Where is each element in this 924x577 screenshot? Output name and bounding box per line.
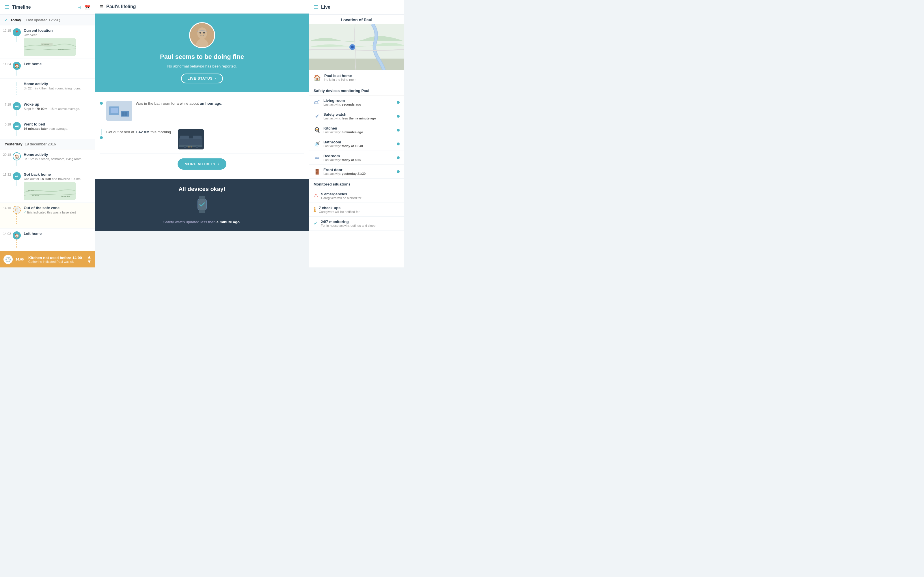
more-activity-label: MORE ACTIVITY bbox=[184, 162, 216, 166]
tl-time-empty bbox=[2, 82, 13, 82]
devices-section-header: Safety devices monitoring Paul bbox=[309, 85, 404, 95]
tl-dot-home-1: 🏠 bbox=[13, 62, 21, 70]
profile-card: Paul seems to be doing fine No abnormal … bbox=[95, 14, 309, 92]
location-title: Paul is at home bbox=[324, 74, 356, 78]
timeline-scroll[interactable]: ✓ Today ( Last updated 12:29 ) 12:15 📍 C… bbox=[0, 15, 95, 268]
alert-title: Kitchen not used before 14:00 bbox=[28, 256, 84, 260]
svg-text:Haarlem: Haarlem bbox=[58, 48, 64, 50]
chevron-up-icon[interactable]: ▲ bbox=[87, 255, 92, 259]
activity-item-bathroom: Was in the bathroom for a while about an… bbox=[100, 97, 304, 125]
tl-dot-woke: 🛏 bbox=[13, 102, 21, 110]
svg-rect-34 bbox=[309, 58, 404, 70]
alert-sub: Catherine indicated Paul was ok bbox=[28, 260, 84, 263]
device-front-door: 🚪 Front door Last activity: yesterday 21… bbox=[309, 165, 404, 179]
today-updated: ( Last updated 12:29 ) bbox=[23, 18, 60, 22]
devices-title: All devices okay! bbox=[101, 186, 303, 192]
device-kitchen: 🍳 Kitchen Last activity: 8 minutes ago bbox=[309, 123, 404, 137]
tl-time-018: 0:18 bbox=[2, 122, 13, 126]
more-activity-chevron: › bbox=[218, 162, 220, 166]
more-activity-button[interactable]: MORE ACTIVITY › bbox=[178, 158, 226, 170]
calendar-icon[interactable]: 📅 bbox=[85, 5, 90, 10]
device-text-living-room: Living room Last activity: seconds ago bbox=[323, 98, 394, 106]
device-status-watch bbox=[397, 115, 400, 118]
tl-title-home-activity-1: Home activity bbox=[24, 82, 92, 86]
tl-title-woke: Woke up bbox=[24, 102, 92, 106]
right-menu-icon[interactable]: ☰ bbox=[313, 4, 318, 10]
tl-dot-left-home-2: 🏠 bbox=[13, 231, 21, 239]
activity-text-bathroom: Was in the bathroom for a while about an… bbox=[136, 101, 222, 106]
paul-location-info: 🏠 Paul is at home He is in the living ro… bbox=[309, 70, 404, 85]
tl-content-woke: Woke up Slept for 7h 00m - 15 m above av… bbox=[21, 102, 92, 111]
home-location-icon: 🏠 bbox=[313, 74, 321, 81]
yesterday-date: 19 december 2016 bbox=[24, 142, 56, 146]
svg-point-12 bbox=[203, 32, 205, 34]
svg-rect-31 bbox=[199, 210, 205, 213]
tl-time-2018: 20:18 bbox=[2, 152, 13, 156]
front-door-icon: 🚪 bbox=[313, 169, 320, 175]
tl-content-left-home-2: Left home bbox=[21, 231, 92, 236]
center-menu-icon[interactable]: ☰ bbox=[100, 5, 103, 9]
tl-dot-safe-zone: ⊡ bbox=[13, 206, 21, 214]
activity-item-bedroom: Got out of bed at 7:42 AM this morning. bbox=[100, 125, 304, 154]
tl-time-1402: 14:02 bbox=[2, 231, 13, 235]
svg-point-9 bbox=[197, 27, 207, 39]
tl-item-home-activity-2: 20:18 🏠 Home activity 5h 15m in Kitchen,… bbox=[0, 150, 95, 169]
yesterday-label: Yesterday bbox=[5, 142, 22, 146]
svg-rect-22 bbox=[180, 135, 189, 139]
devices-card: All devices okay! Safety watch updated l… bbox=[95, 179, 309, 231]
svg-text:Amsterdam: Amsterdam bbox=[61, 195, 70, 197]
svg-rect-25 bbox=[184, 146, 186, 148]
tl-time-1134: 11:34 bbox=[2, 62, 13, 66]
left-panel: ☰ Timeline ⊟ 📅 ✓ Today ( Last updated 12… bbox=[0, 0, 95, 268]
svg-rect-0 bbox=[24, 39, 76, 56]
svg-rect-28 bbox=[191, 147, 192, 147]
tl-content-home-activity-1: Home activity 3h 22m in Kithen, bathroom… bbox=[21, 82, 92, 90]
center-scroll[interactable]: Paul seems to be doing fine No abnormal … bbox=[95, 14, 309, 268]
live-status-button[interactable]: LIVE STATUS › bbox=[181, 74, 223, 83]
alert-bar[interactable]: 🕐 14:00 Kitchen not used before 14:00 Ca… bbox=[0, 251, 95, 268]
tl-dot-location: 📍 bbox=[13, 28, 21, 36]
svg-text:Haarlem: Haarlem bbox=[32, 195, 39, 197]
tl-item-left-home-2: 14:02 🏠 Left home bbox=[0, 229, 95, 251]
tl-title-safe-zone: Out of the safe zone bbox=[24, 206, 92, 210]
tl-sub-got-back: was out for 1h 30m and travelled 100km. bbox=[24, 177, 92, 181]
device-text-bedroom: Bedroom Last activity: today at 8:40 bbox=[323, 154, 394, 161]
emergency-warning-icon: ⚠ bbox=[313, 192, 318, 199]
activity-thumb-bathroom bbox=[106, 101, 132, 121]
alert-clock-icon: 🕐 bbox=[3, 255, 13, 264]
alert-chevrons[interactable]: ▲ ▼ bbox=[87, 255, 92, 264]
device-safety-watch: ✔ Safety watch Last activity: less then … bbox=[309, 110, 404, 123]
tl-dot-got-back: ↩ bbox=[13, 172, 21, 180]
monitored-emergencies: ⚠ 5 emergencies Caregivers will be alert… bbox=[309, 189, 404, 203]
today-header: ✓ Today ( Last updated 12:29 ) bbox=[0, 15, 95, 26]
monitored-text-emergencies: 5 emergencies Caregivers will be alerted… bbox=[321, 192, 361, 200]
location-text: Paul is at home He is in the living room bbox=[324, 74, 356, 81]
left-menu-icon[interactable]: ☰ bbox=[5, 4, 9, 10]
svg-point-11 bbox=[199, 32, 201, 34]
svg-rect-23 bbox=[193, 135, 202, 139]
monitored-section-header: Monitored situations bbox=[309, 179, 404, 189]
device-status-front-door bbox=[397, 170, 400, 173]
yesterday-header: Yesterday 19 december 2016 bbox=[0, 139, 95, 150]
tl-sub-safe-zone: ✓ Eric indicated this was a false alert bbox=[24, 211, 92, 214]
filter-icon[interactable]: ⊟ bbox=[78, 5, 81, 10]
device-text-front-door: Front door Last activity: yesterday 21:3… bbox=[323, 168, 394, 176]
tl-content-got-back: Got back home was out for 1h 30m and tra… bbox=[21, 172, 92, 200]
tl-sub-home-activity-2: 5h 15m in Kitchen, bathroom, living room… bbox=[24, 157, 92, 161]
right-scroll[interactable]: Location of Paul 🏠 P bbox=[309, 15, 404, 268]
monitored-text-247: 24/7 monitoring For in house activity, o… bbox=[321, 219, 375, 227]
tl-title-left-home-2: Left home bbox=[24, 231, 92, 236]
center-panel-title: Paul's lifeling bbox=[106, 4, 136, 9]
tl-content-bed: Went to bed 16 minutes later than averag… bbox=[21, 122, 92, 131]
chevron-down-icon[interactable]: ▼ bbox=[87, 259, 92, 264]
today-check-icon: ✓ bbox=[5, 18, 8, 22]
tl-sub-bed: 16 minutes later than average. bbox=[24, 127, 92, 131]
tl-title-location: Current location bbox=[24, 28, 92, 32]
tl-map-haarlem: Zaandam Haarlem Amsterdam bbox=[24, 182, 76, 200]
svg-rect-27 bbox=[188, 147, 190, 147]
device-status-bedroom bbox=[397, 156, 400, 159]
kitchen-icon: 🍳 bbox=[313, 127, 320, 133]
svg-rect-13 bbox=[198, 31, 206, 32]
device-living-room: 🛋 Living room Last activity: seconds ago bbox=[309, 95, 404, 110]
live-status-label: LIVE STATUS bbox=[187, 76, 213, 81]
